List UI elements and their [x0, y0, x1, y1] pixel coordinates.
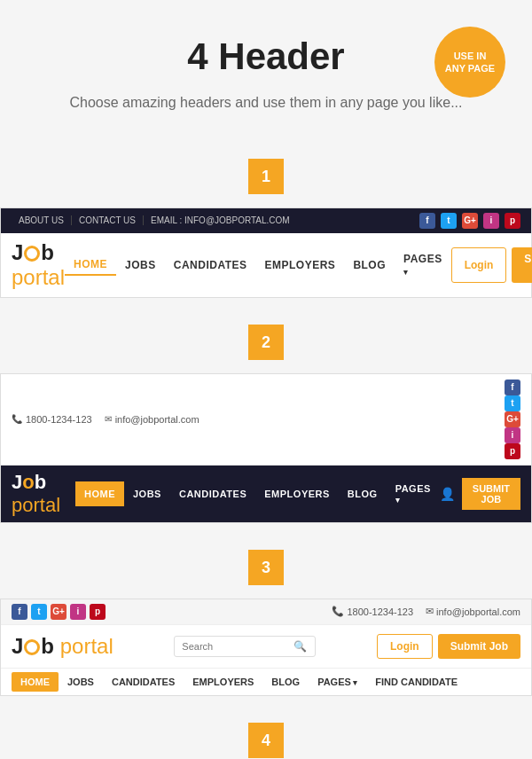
header-3: f t G+ i p 📞 1800-1234-123 ✉ info@jobpor… — [0, 599, 532, 696]
nav-blog-3[interactable]: BLOG — [262, 672, 309, 692]
section-3-wrapper: 3 — [0, 532, 532, 599]
section-1-wrapper: 1 — [0, 141, 532, 207]
phone-icon-2 — [12, 414, 22, 424]
facebook-icon-2[interactable]: f — [505, 380, 520, 395]
header-2: 1800-1234-123 info@jobportal.com f t G+ … — [0, 373, 532, 523]
section-label-3: 3 — [248, 550, 284, 585]
phone-icon-3: 📞 — [332, 606, 344, 617]
twitter-icon-2[interactable]: t — [505, 395, 520, 411]
header2-phone: 1800-1234-123 — [12, 414, 92, 425]
section-label-2: 2 — [248, 325, 284, 360]
nav-employers-2[interactable]: EMPLOYERS — [255, 481, 339, 506]
section-2-wrapper: 2 — [0, 307, 532, 373]
logo-o-2: o — [22, 471, 34, 493]
logo-portal-2: portal — [12, 494, 60, 516]
search-input-3[interactable] — [182, 641, 288, 652]
login-button-1[interactable]: Login — [451, 247, 507, 283]
nav-candidates-1[interactable]: CANDIDATES — [165, 255, 256, 275]
logo-1: Jb portal — [12, 240, 65, 290]
nav-candidates-3[interactable]: CANDIDATES — [103, 672, 184, 692]
header3-contact: 📞 1800-1234-123 ✉ info@jobportal.com — [332, 606, 520, 617]
googleplus-icon-2[interactable]: G+ — [505, 411, 520, 427]
nav-candidates-2[interactable]: CANDIDATES — [170, 481, 255, 506]
instagram-icon[interactable]: i — [483, 213, 499, 229]
search-icon-3: 🔍 — [293, 640, 307, 653]
submit-job-button-1[interactable]: Submit Job — [512, 247, 532, 283]
nav-pages-1[interactable]: PAGES — [395, 249, 451, 281]
contact-us-link[interactable]: CONTACT US — [72, 215, 144, 225]
header1-top-nav: ABOUT US CONTACT US EMAIL : INFO@JOBPORT… — [12, 215, 297, 225]
header1-nav: HOME JOBS CANDIDATES EMPLOYERS BLOG PAGE… — [65, 249, 451, 281]
header-1: ABOUT US CONTACT US EMAIL : INFO@JOBPORT… — [0, 207, 532, 298]
nav-jobs-3[interactable]: JOBS — [59, 672, 103, 692]
search-box-3[interactable]: 🔍 — [174, 636, 316, 657]
instagram-icon-3[interactable]: i — [70, 604, 86, 620]
section-label-1: 1 — [248, 159, 284, 194]
twitter-icon-3[interactable]: t — [31, 604, 47, 620]
logo-o-circle — [23, 240, 41, 264]
header3-main-right: Login Submit Job — [377, 634, 520, 659]
nav-jobs-1[interactable]: JOBS — [116, 255, 165, 275]
about-us-link[interactable]: ABOUT US — [12, 215, 72, 225]
hero-description: Choose amazing headers and use them in a… — [18, 91, 514, 114]
logo-3: Jb portal — [12, 634, 113, 659]
nav-employers-1[interactable]: EMPLOYERS — [256, 255, 345, 275]
nav-employers-3[interactable]: EMPLOYERS — [184, 672, 262, 692]
section-label-4: 4 — [248, 723, 284, 758]
header2-email: info@jobportal.com — [105, 414, 200, 425]
header2-main: Job portal HOME JOBS CANDIDATES EMPLOYER… — [1, 466, 531, 522]
logo-o-3 — [23, 634, 41, 658]
header2-topbar: 1800-1234-123 info@jobportal.com f t G+ … — [1, 374, 531, 466]
nav-home-2[interactable]: HOME — [75, 481, 124, 506]
nav-home-3[interactable]: HOME — [12, 672, 59, 692]
submit-job-button-2[interactable]: SUBMIT JOB — [462, 478, 520, 510]
facebook-icon[interactable]: f — [419, 213, 435, 229]
header3-social-icons: f t G+ i p — [12, 604, 106, 620]
instagram-icon-2[interactable]: i — [505, 427, 520, 443]
header3-email: ✉ info@jobportal.com — [426, 606, 520, 617]
email-link[interactable]: EMAIL : INFO@JOBPORTAL.COM — [144, 215, 297, 225]
email-icon-2 — [105, 414, 112, 424]
user-icon-2[interactable]: 👤 — [440, 487, 455, 501]
use-badge: USE IN ANY PAGE — [434, 27, 505, 98]
spacer-2 — [0, 523, 532, 532]
email-icon-3: ✉ — [426, 606, 434, 617]
facebook-icon-3[interactable]: f — [12, 604, 27, 620]
header1-topbar: ABOUT US CONTACT US EMAIL : INFO@JOBPORT… — [1, 208, 531, 233]
header2-right: 👤 SUBMIT JOB — [440, 478, 520, 510]
header2-contact: 1800-1234-123 info@jobportal.com — [12, 414, 200, 425]
googleplus-icon-3[interactable]: G+ — [51, 604, 66, 620]
nav-blog-1[interactable]: BLOG — [344, 255, 395, 275]
nav-blog-2[interactable]: BLOG — [339, 481, 387, 506]
twitter-icon[interactable]: t — [441, 213, 457, 229]
header1-social-icons: f t G+ i p — [419, 213, 520, 229]
nav-pages-3[interactable]: PAGES — [309, 672, 366, 692]
pinterest-icon-2[interactable]: p — [505, 443, 520, 459]
header2-nav: HOME JOBS CANDIDATES EMPLOYERS BLOG PAGE… — [75, 476, 440, 512]
hero-section: USE IN ANY PAGE 4 Header Choose amazing … — [0, 0, 532, 141]
logo-portal-text: portal — [12, 265, 65, 289]
header1-main: Jb portal HOME JOBS CANDIDATES EMPLOYERS… — [1, 233, 531, 297]
googleplus-icon[interactable]: G+ — [462, 213, 478, 229]
nav-find-candidate-3[interactable]: FIND CANDIDATE — [366, 672, 466, 692]
header3-topbar: f t G+ i p 📞 1800-1234-123 ✉ info@jobpor… — [1, 599, 531, 625]
pinterest-icon[interactable]: p — [505, 213, 520, 229]
pinterest-icon-3[interactable]: p — [90, 604, 106, 620]
spacer-3 — [0, 696, 532, 705]
header2-social-icons: f t G+ i p — [505, 380, 520, 459]
section-4-wrapper: 4 — [0, 705, 532, 759]
login-button-3[interactable]: Login — [377, 634, 433, 659]
nav-home-1[interactable]: HOME — [65, 254, 116, 276]
nav-jobs-2[interactable]: JOBS — [124, 481, 170, 506]
header3-main: Jb portal 🔍 Login Submit Job — [1, 625, 531, 668]
submit-job-button-3[interactable]: Submit Job — [438, 634, 520, 659]
logo-portal-3: portal — [60, 634, 113, 658]
nav-pages-2[interactable]: PAGES — [387, 476, 440, 512]
header1-buttons: Login Submit Job — [451, 247, 532, 283]
header3-phone: 📞 1800-1234-123 — [332, 606, 413, 617]
header3-nav: HOME JOBS CANDIDATES EMPLOYERS BLOG PAGE… — [1, 668, 531, 695]
logo-2: Job portal — [12, 471, 75, 517]
spacer-1 — [0, 298, 532, 307]
